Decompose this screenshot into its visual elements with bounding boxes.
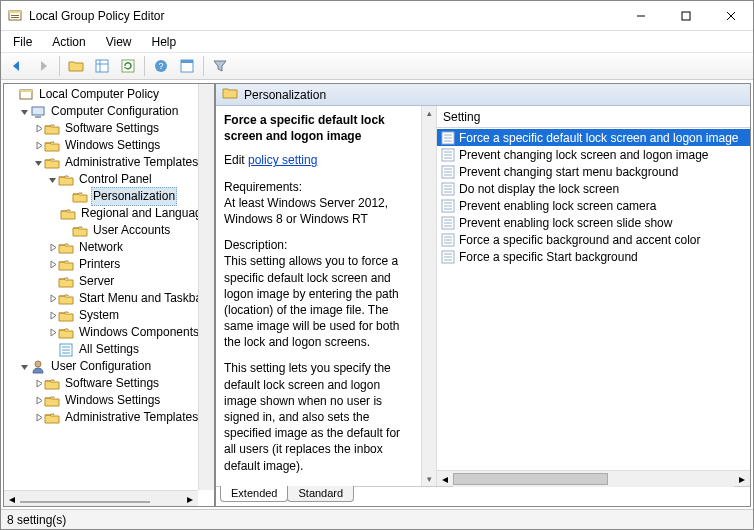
tree-node[interactable]: User Accounts bbox=[4, 222, 214, 239]
tree-vertical-scrollbar[interactable] bbox=[198, 84, 214, 490]
tree-node[interactable]: User Configuration bbox=[4, 358, 214, 375]
tree-node[interactable]: Software Settings bbox=[4, 375, 214, 392]
collapse-icon[interactable] bbox=[18, 362, 30, 371]
toolbar-refresh-button[interactable] bbox=[116, 55, 140, 77]
collapse-icon[interactable] bbox=[32, 158, 44, 167]
settings-column-header[interactable]: Setting bbox=[437, 106, 750, 128]
policy-item-icon bbox=[441, 182, 455, 196]
svg-text:?: ? bbox=[158, 61, 163, 71]
scroll-left-icon[interactable]: ◂ bbox=[437, 471, 453, 487]
maximize-button[interactable] bbox=[663, 1, 708, 30]
tree-node[interactable]: Windows Settings bbox=[4, 392, 214, 409]
tree-node-label: Computer Configuration bbox=[49, 103, 180, 120]
expand-icon[interactable] bbox=[46, 311, 58, 320]
tree-node[interactable]: Personalization bbox=[4, 188, 214, 205]
folder-icon bbox=[72, 189, 88, 205]
policy-item-icon bbox=[441, 199, 455, 213]
details-column: Force a specific default lock screen and… bbox=[216, 106, 421, 486]
menu-action[interactable]: Action bbox=[44, 33, 93, 51]
expand-icon[interactable] bbox=[46, 328, 58, 337]
computer-icon bbox=[30, 104, 46, 120]
toolbar-filter-button[interactable] bbox=[208, 55, 232, 77]
menu-view[interactable]: View bbox=[98, 33, 140, 51]
scroll-right-icon[interactable]: ▸ bbox=[734, 471, 750, 487]
tab-standard[interactable]: Standard bbox=[287, 486, 354, 502]
scroll-left-icon[interactable]: ◂ bbox=[4, 491, 20, 507]
toolbar-list-button[interactable] bbox=[90, 55, 114, 77]
setting-row[interactable]: Prevent changing lock screen and logon i… bbox=[437, 146, 750, 163]
tab-extended[interactable]: Extended bbox=[220, 486, 288, 502]
collapse-icon[interactable] bbox=[18, 107, 30, 116]
details-scrollbar[interactable]: ▴ ▾ bbox=[421, 106, 437, 486]
edit-label: Edit bbox=[224, 153, 248, 167]
expand-icon[interactable] bbox=[46, 243, 58, 252]
folder-icon bbox=[44, 376, 60, 392]
tree-node-label: Windows Settings bbox=[63, 137, 162, 154]
setting-row[interactable]: Force a specific background and accent c… bbox=[437, 231, 750, 248]
policy-item-icon bbox=[441, 131, 455, 145]
setting-row[interactable]: Prevent changing start menu background bbox=[437, 163, 750, 180]
title-bar: Local Group Policy Editor bbox=[1, 1, 753, 31]
setting-row[interactable]: Prevent enabling lock screen camera bbox=[437, 197, 750, 214]
tree-node[interactable]: Administrative Templates bbox=[4, 154, 214, 171]
tree-node-label: Windows Components bbox=[77, 324, 201, 341]
tree-node-label: Control Panel bbox=[77, 171, 154, 188]
svg-rect-17 bbox=[20, 90, 32, 92]
tree-node[interactable]: Regional and Language Options bbox=[4, 205, 214, 222]
settings-column-header-label: Setting bbox=[443, 110, 480, 124]
tree-horizontal-scrollbar[interactable]: ◂ ▸ bbox=[4, 490, 198, 506]
tree-node[interactable]: Administrative Templates bbox=[4, 409, 214, 426]
tree-node[interactable]: Server bbox=[4, 273, 214, 290]
tree-root-label: Local Computer Policy bbox=[37, 86, 161, 103]
policy-item-icon bbox=[441, 233, 455, 247]
setting-row[interactable]: Force a specific default lock screen and… bbox=[437, 129, 750, 146]
tree-node[interactable]: Windows Components bbox=[4, 324, 214, 341]
tree-node-label: Printers bbox=[77, 256, 122, 273]
tree-node[interactable]: Start Menu and Taskbar bbox=[4, 290, 214, 307]
tree-node[interactable]: System bbox=[4, 307, 214, 324]
tree-node[interactable]: Software Settings bbox=[4, 120, 214, 137]
expand-icon[interactable] bbox=[32, 141, 44, 150]
expand-icon[interactable] bbox=[32, 124, 44, 133]
close-button[interactable] bbox=[708, 1, 753, 30]
status-bar: 8 setting(s) bbox=[1, 509, 753, 529]
tree-node[interactable]: Windows Settings bbox=[4, 137, 214, 154]
expand-icon[interactable] bbox=[32, 396, 44, 405]
expand-icon[interactable] bbox=[46, 260, 58, 269]
tree-node[interactable]: All Settings bbox=[4, 341, 214, 358]
expand-icon[interactable] bbox=[32, 379, 44, 388]
tree-node[interactable]: Printers bbox=[4, 256, 214, 273]
toolbar: ? bbox=[1, 52, 753, 80]
folder-icon bbox=[44, 155, 60, 171]
scroll-right-icon[interactable]: ▸ bbox=[182, 491, 198, 507]
tree-node[interactable]: Network bbox=[4, 239, 214, 256]
minimize-button[interactable] bbox=[618, 1, 663, 30]
setting-row[interactable]: Force a specific Start background bbox=[437, 248, 750, 265]
collapse-icon[interactable] bbox=[46, 175, 58, 184]
back-button[interactable] bbox=[5, 55, 29, 77]
scroll-down-icon[interactable]: ▾ bbox=[427, 474, 432, 484]
setting-row[interactable]: Prevent enabling lock screen slide show bbox=[437, 214, 750, 231]
policy-item-icon bbox=[441, 216, 455, 230]
tree-node[interactable]: Control Panel bbox=[4, 171, 214, 188]
setting-row[interactable]: Do not display the lock screen bbox=[437, 180, 750, 197]
toolbar-properties-button[interactable] bbox=[175, 55, 199, 77]
tree-pane[interactable]: Local Computer Policy Computer Configura… bbox=[3, 83, 215, 507]
expand-icon[interactable] bbox=[32, 413, 44, 422]
expand-icon[interactable] bbox=[46, 294, 58, 303]
forward-button[interactable] bbox=[31, 55, 55, 77]
settings-icon bbox=[58, 342, 74, 358]
settings-list[interactable]: Force a specific default lock screen and… bbox=[437, 128, 750, 470]
tree-node-label: Personalization bbox=[91, 187, 177, 206]
app-icon bbox=[7, 8, 23, 24]
menu-help[interactable]: Help bbox=[144, 33, 185, 51]
toolbar-folder-button[interactable] bbox=[64, 55, 88, 77]
tree-root[interactable]: Local Computer Policy bbox=[4, 86, 214, 103]
scroll-up-icon[interactable]: ▴ bbox=[427, 108, 432, 118]
toolbar-help-button[interactable]: ? bbox=[149, 55, 173, 77]
menu-file[interactable]: File bbox=[5, 33, 40, 51]
setting-label: Prevent changing lock screen and logon i… bbox=[459, 148, 709, 162]
settings-horizontal-scrollbar[interactable]: ◂ ▸ bbox=[437, 470, 750, 486]
tree-node[interactable]: Computer Configuration bbox=[4, 103, 214, 120]
edit-policy-link[interactable]: policy setting bbox=[248, 153, 317, 167]
